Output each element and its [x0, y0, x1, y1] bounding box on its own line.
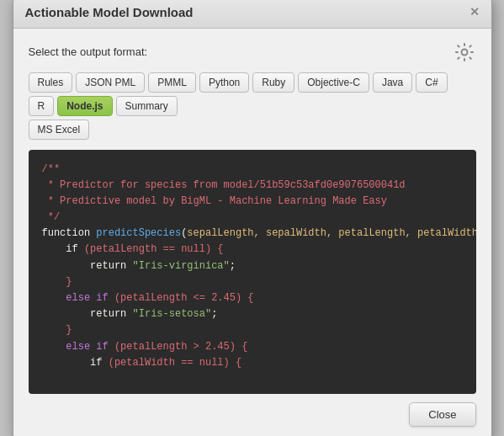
tab-rules[interactable]: Rules: [29, 72, 73, 93]
tab-msexcel[interactable]: MS Excel: [29, 120, 90, 140]
tabs-row2: MS Excel: [29, 120, 476, 140]
svg-point-0: [461, 49, 467, 55]
title-close-button[interactable]: ✕: [470, 6, 480, 18]
tab-csharp[interactable]: C#: [416, 72, 447, 93]
dialog-title: Actionable Model Download: [25, 5, 194, 19]
close-button[interactable]: Close: [409, 402, 475, 427]
format-label-row: Select the output format:: [29, 40, 476, 64]
code-panel[interactable]: /** * Predictor for species from model/5…: [29, 150, 476, 394]
tab-objective-c[interactable]: Objective-C: [298, 72, 369, 93]
tab-ruby[interactable]: Ruby: [252, 72, 294, 93]
tab-pmml[interactable]: PMML: [148, 72, 196, 93]
tab-nodejs[interactable]: Node.js: [57, 96, 112, 116]
tab-json-pml[interactable]: JSON PML: [76, 72, 145, 93]
tab-java[interactable]: Java: [373, 72, 412, 93]
title-bar: Actionable Model Download ✕: [13, 0, 491, 29]
footer-row: Close: [29, 394, 476, 427]
format-label: Select the output format:: [29, 45, 148, 58]
tabs-row: Rules JSON PML PMML Python Ruby Objectiv…: [29, 72, 476, 116]
tab-r[interactable]: R: [29, 96, 55, 116]
tab-summary[interactable]: Summary: [116, 96, 178, 116]
dialog-body: Select the output format: Rules JSON PML…: [13, 29, 491, 437]
tab-python[interactable]: Python: [199, 72, 249, 93]
settings-icon[interactable]: [453, 40, 476, 64]
actionable-model-download-dialog: Actionable Model Download ✕ Select the o…: [13, 0, 492, 436]
